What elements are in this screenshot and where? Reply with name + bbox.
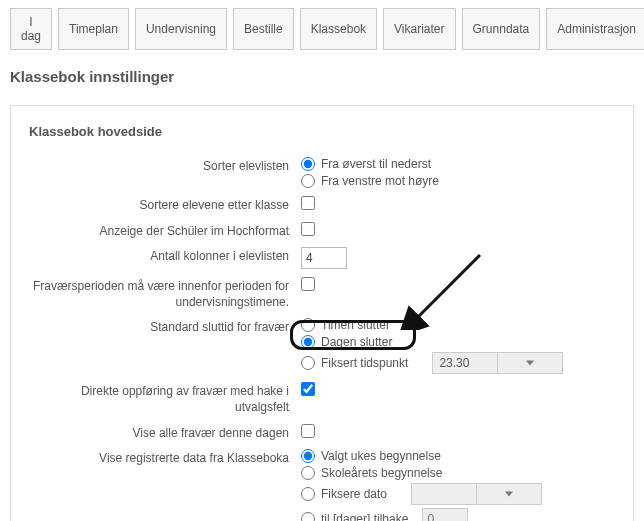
option-sort-top-bottom: Fra øverst til nederst (321, 157, 431, 171)
tab-administrasjon[interactable]: Administrasjon (546, 8, 644, 50)
radio-sort-top-bottom[interactable] (301, 157, 315, 171)
checkbox-direct-entry[interactable] (301, 382, 315, 396)
checkbox-absence-period[interactable] (301, 277, 315, 291)
label-show-all: Vise alle fravær denne dagen (29, 424, 301, 442)
label-sort-by-class: Sortere elevene etter klasse (29, 196, 301, 214)
tab-undervisning[interactable]: Undervisning (135, 8, 227, 50)
radio-reg-fixed-date[interactable] (301, 487, 315, 501)
option-end-lesson: Timen slutter (321, 318, 390, 332)
option-sort-left-right: Fra venstre mot høyre (321, 174, 439, 188)
label-hochformat: Anzeige der Schüler im Hochformat (29, 222, 301, 240)
select-fixed-time-value: 23.30 (433, 356, 497, 370)
label-absence-period: Fraværsperioden må være innenfor periode… (29, 277, 301, 310)
select-fixed-time[interactable]: 23.30 (432, 352, 563, 374)
option-reg-fixed-date: Fiksere dato (321, 487, 387, 501)
tab-idag[interactable]: I dag (10, 8, 52, 50)
label-direct-entry: Direkte oppføring av fravær med hake i u… (29, 382, 301, 415)
input-days-back[interactable] (422, 508, 468, 521)
radio-reg-week-start[interactable] (301, 449, 315, 463)
option-end-day: Dagen slutter (321, 335, 392, 349)
chevron-down-icon (497, 353, 562, 373)
option-end-fixed: Fiksert tidspunkt (321, 356, 408, 370)
select-fixed-date[interactable] (411, 483, 542, 505)
option-reg-year-start: Skoleårets begynnelse (321, 466, 442, 480)
checkbox-sort-by-class[interactable] (301, 196, 315, 210)
tab-vikariater[interactable]: Vikariater (383, 8, 455, 50)
input-columns[interactable] (301, 247, 347, 269)
label-show-registered: Vise registrerte data fra Klasseboka (29, 449, 301, 467)
section-header: Klassebok hovedside (29, 124, 615, 139)
option-reg-week-start: Valgt ukes begynnelse (321, 449, 441, 463)
radio-reg-year-start[interactable] (301, 466, 315, 480)
checkbox-show-all[interactable] (301, 424, 315, 438)
radio-end-day[interactable] (301, 335, 315, 349)
page-title: Klassebok innstillinger (10, 68, 634, 85)
checkbox-hochformat[interactable] (301, 222, 315, 236)
tab-timeplan[interactable]: Timeplan (58, 8, 129, 50)
label-columns: Antall kolonner i elevlisten (29, 247, 301, 265)
label-sort-list: Sorter elevlisten (29, 157, 301, 175)
radio-end-fixed[interactable] (301, 356, 315, 370)
radio-end-lesson[interactable] (301, 318, 315, 332)
tab-grunndata[interactable]: Grunndata (462, 8, 541, 50)
settings-panel: Klassebok hovedside Sorter elevlisten Fr… (10, 105, 634, 521)
tab-klassebok[interactable]: Klassebok (300, 8, 377, 50)
radio-reg-days-back[interactable] (301, 512, 315, 521)
tab-bestille[interactable]: Bestille (233, 8, 294, 50)
radio-sort-left-right[interactable] (301, 174, 315, 188)
main-tabs: I dag Timeplan Undervisning Bestille Kla… (10, 8, 634, 50)
label-default-end: Standard sluttid for fravær (29, 318, 301, 336)
chevron-down-icon (476, 484, 541, 504)
option-reg-days-back: til [dager] tilbake (321, 512, 408, 521)
